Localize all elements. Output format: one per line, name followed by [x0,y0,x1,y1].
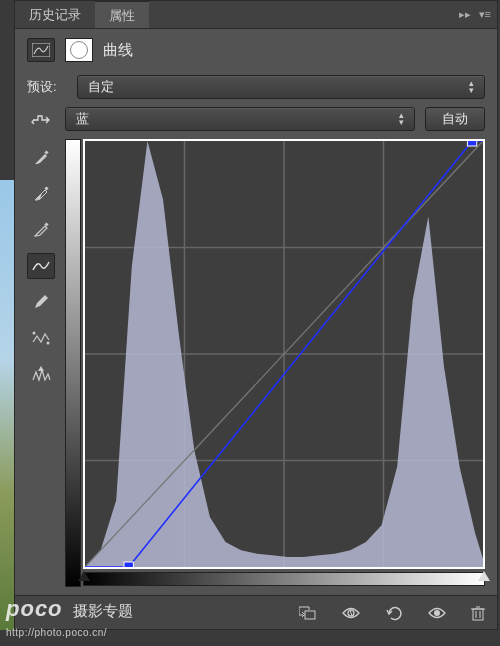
panel-menu-icon[interactable]: ▾≡ [479,8,491,21]
clip-warning-icon[interactable] [27,361,55,387]
watermark-brand: poco [6,596,63,621]
panel-tabs: 历史记录 属性 ▸▸ ▾≡ [15,1,497,29]
smooth-tool-icon[interactable] [27,325,55,351]
updown-icon: ▴▾ [469,80,474,94]
clip-to-layer-icon[interactable] [299,605,317,621]
curve-point-tool-icon[interactable] [27,253,55,279]
eyedropper-gray-icon[interactable] [27,181,55,207]
svg-point-17 [434,610,440,616]
adjustment-title: 曲线 [103,41,133,60]
input-gradient[interactable] [83,572,485,586]
collapse-icon[interactable]: ▸▸ [459,8,471,21]
svg-rect-15 [305,611,315,619]
output-gradient [65,139,81,587]
curves-toolbar [27,139,59,587]
preview-icon[interactable] [427,606,447,620]
adjustment-type-icon[interactable] [27,38,55,62]
white-point-slider[interactable] [478,571,490,581]
preset-row: 预设: 自定 ▴▾ [15,71,497,103]
properties-panel: 历史记录 属性 ▸▸ ▾≡ 曲线 预设: 自定 ▴▾ 蓝 ▴▾ 自动 [14,0,498,630]
layer-mask-thumbnail[interactable] [65,38,93,62]
preset-select[interactable]: 自定 ▴▾ [77,75,485,99]
toggle-visibility-icon[interactable] [341,606,361,620]
watermark-url: http://photo.poco.cn/ [6,627,107,638]
channel-value: 蓝 [76,110,89,128]
svg-rect-13 [124,562,133,567]
eyedropper-white-icon[interactable] [27,217,55,243]
panel-header: 曲线 [15,29,497,71]
eyedropper-black-icon[interactable] [27,145,55,171]
svg-rect-18 [473,609,483,620]
black-point-slider[interactable] [78,571,90,581]
svg-point-5 [47,342,50,345]
updown-icon: ▴▾ [399,112,404,126]
svg-rect-14 [467,141,476,146]
watermark: poco 摄影专题 http://photo.poco.cn/ [6,596,133,640]
svg-point-4 [33,332,36,335]
curves-plot[interactable] [83,139,485,569]
svg-rect-1 [44,150,48,154]
channel-row: 蓝 ▴▾ 自动 [15,103,497,135]
watermark-sub: 摄影专题 [73,602,133,619]
targeted-adjust-icon[interactable] [27,107,55,131]
auto-button[interactable]: 自动 [425,107,485,131]
tab-properties[interactable]: 属性 [95,1,149,28]
reset-icon[interactable] [385,605,403,621]
curve-pencil-tool-icon[interactable] [27,289,55,315]
tab-history[interactable]: 历史记录 [15,1,95,28]
trash-icon[interactable] [471,605,485,621]
preset-label: 预设: [27,78,67,96]
channel-select[interactable]: 蓝 ▴▾ [65,107,415,131]
preset-value: 自定 [88,78,114,96]
